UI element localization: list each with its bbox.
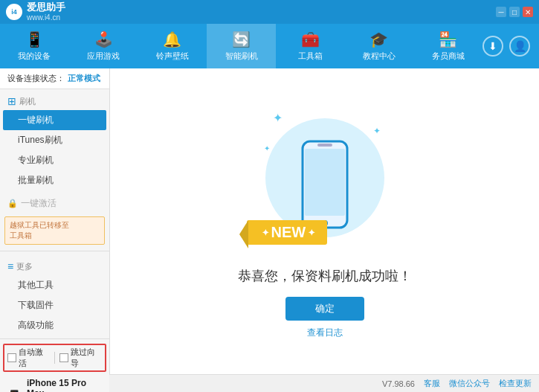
svg-rect-1 — [305, 149, 345, 216]
nav-label-tutorial: 教程中心 — [363, 51, 396, 62]
download-button[interactable]: ⬇ — [482, 36, 503, 57]
nav-label-toolbox: 工具箱 — [298, 51, 323, 62]
wechat-link[interactable]: 微信公众号 — [449, 378, 490, 389]
main-layout: 设备连接状态： 正常模式 ⊞ 刷机 一键刷机 iTunes刷机 专业刷机 批量刷… — [0, 68, 539, 374]
flash-section-label: 刷机 — [19, 96, 36, 107]
user-button[interactable]: 👤 — [509, 36, 530, 57]
nav-label-my-device: 我的设备 — [18, 51, 51, 62]
nav-item-service[interactable]: 🏪 务员商城 — [413, 24, 482, 68]
lock-icon: 🔒 — [7, 199, 18, 208]
nav-item-tutorial[interactable]: 🎓 教程中心 — [345, 24, 414, 68]
nav-right-buttons: ⬇ 👤 — [482, 36, 539, 57]
auto-activate-label: 自动激活 — [19, 347, 50, 369]
my-device-icon: 📱 — [25, 30, 44, 48]
status-text: 设备连接状态： — [7, 73, 65, 84]
nav-label-service: 务员商城 — [432, 51, 465, 62]
auto-activate-row: 自动激活 跳过向导 — [3, 344, 106, 372]
flash-section-icon: ⊞ — [7, 95, 16, 107]
minimize-button[interactable]: ─ — [496, 7, 506, 17]
sidebar-item-pro-flash[interactable]: 专业刷机 — [0, 150, 109, 170]
success-title: 恭喜您，保资料刷机成功啦！ — [238, 267, 412, 285]
warning-text: 越狱工具已转移至工具箱 — [10, 221, 69, 240]
auto-activate-checkbox-label[interactable]: 自动激活 — [7, 347, 50, 369]
view-log-link[interactable]: 查看日志 — [307, 327, 343, 339]
ribbon-arrow — [239, 220, 248, 248]
brand-name: 爱思助手 — [27, 1, 65, 13]
auto-activate-checkbox[interactable] — [7, 353, 16, 362]
device-phone-icon: 📱 — [6, 389, 22, 392]
quick-guide-label: 跳过向导 — [71, 347, 102, 369]
sparkle-icon-1: ✦ — [273, 111, 283, 125]
service-icon: 🏪 — [439, 30, 457, 48]
nav-item-my-device[interactable]: 📱 我的设备 — [0, 24, 69, 68]
nav-label-smart-flash: 智能刷机 — [225, 51, 258, 62]
quick-guide-checkbox[interactable] — [59, 353, 68, 362]
sidebar-header: 设备连接状态： 正常模式 — [0, 68, 109, 89]
sidebar-item-itunes-flash[interactable]: iTunes刷机 — [0, 130, 109, 150]
device-details: iPhone 15 Pro Max 512GB iPhone — [27, 378, 103, 392]
sidebar-section-more: ≡ 更多 其他工具 下载固件 高级功能 — [0, 254, 109, 338]
logo: i4 — [6, 4, 22, 20]
smart-flash-icon: 🔄 — [232, 30, 251, 48]
sidebar-divider1 — [0, 251, 109, 251]
sidebar-bottom: 自动激活 跳过向导 📱 iPhone 15 Pro Max 512GB iPho… — [0, 338, 109, 392]
success-illustration: ✦ ✦ ✦ ✦ NEW ✦ — [258, 103, 392, 267]
client-service-link[interactable]: 客服 — [424, 378, 440, 389]
ringtones-icon: 🔔 — [163, 30, 181, 48]
activate-label: 一键激活 — [21, 197, 57, 210]
row-divider — [54, 352, 55, 364]
sidebar-item-advanced[interactable]: 高级功能 — [0, 315, 109, 335]
apps-games-icon: 🕹️ — [94, 30, 113, 48]
logo-text: i4 — [11, 8, 17, 16]
content-area: ✦ ✦ ✦ ✦ NEW ✦ 恭喜您，保资料刷机成功啦！ 确定 查看日志 — [110, 68, 539, 374]
sparkle-icon-2: ✦ — [373, 126, 381, 136]
star-icon: ✦ — [262, 228, 269, 238]
quick-guide-checkbox-label[interactable]: 跳过向导 — [59, 347, 102, 369]
sidebar-item-download-firmware[interactable]: 下载固件 — [0, 295, 109, 315]
device-name: iPhone 15 Pro Max — [27, 378, 103, 392]
more-section-icon: ≡ — [7, 260, 13, 272]
device-info: 📱 iPhone 15 Pro Max 512GB iPhone — [3, 375, 106, 392]
svg-rect-2 — [317, 144, 332, 147]
more-section-label: 更多 — [16, 261, 33, 272]
new-badge: ✦ NEW ✦ — [247, 220, 328, 245]
nav-item-apps-games[interactable]: 🕹️ 应用游戏 — [69, 24, 138, 68]
more-section-header: ≡ 更多 — [0, 257, 109, 275]
new-badge-text: NEW — [271, 224, 306, 241]
sidebar-warning: 越狱工具已转移至工具箱 — [4, 216, 105, 245]
check-update-link[interactable]: 检查更新 — [499, 378, 532, 389]
sidebar-item-one-click-flash[interactable]: 一键刷机 — [3, 110, 106, 130]
navbar: 📱 我的设备 🕹️ 应用游戏 🔔 铃声壁纸 🔄 智能刷机 🧰 工具箱 🎓 教程中… — [0, 24, 539, 68]
nav-item-ringtones[interactable]: 🔔 铃声壁纸 — [138, 24, 207, 68]
maximize-button[interactable]: □ — [509, 7, 520, 17]
sidebar: 设备连接状态： 正常模式 ⊞ 刷机 一键刷机 iTunes刷机 专业刷机 批量刷… — [0, 68, 110, 374]
toolbox-icon: 🧰 — [301, 30, 320, 48]
sidebar-item-one-click-activate: 🔒 一键激活 — [0, 193, 109, 213]
window-controls: ─ □ ✕ — [496, 7, 533, 17]
version-text: V7.98.66 — [382, 379, 415, 388]
statusbar-right: V7.98.66 客服 微信公众号 检查更新 — [382, 378, 532, 389]
topbar: i4 爱思助手 www.i4.cn ─ □ ✕ — [0, 0, 539, 24]
sparkle-icon-3: ✦ — [264, 144, 270, 152]
confirm-button[interactable]: 确定 — [285, 297, 364, 321]
star-icon-2: ✦ — [308, 228, 315, 238]
status-mode: 正常模式 — [68, 73, 100, 84]
close-button[interactable]: ✕ — [523, 7, 533, 17]
nav-item-smart-flash[interactable]: 🔄 智能刷机 — [207, 24, 276, 68]
sidebar-section-flash: ⊞ 刷机 一键刷机 iTunes刷机 专业刷机 批量刷机 — [0, 89, 109, 193]
nav-item-toolbox[interactable]: 🧰 工具箱 — [276, 24, 345, 68]
brand-url: www.i4.cn — [27, 13, 65, 22]
sidebar-item-other-tools[interactable]: 其他工具 — [0, 275, 109, 295]
tutorial-icon: 🎓 — [369, 30, 388, 48]
phone-body — [299, 140, 351, 231]
nav-label-ringtones: 铃声壁纸 — [156, 51, 189, 62]
sidebar-item-batch-flash[interactable]: 批量刷机 — [0, 170, 109, 190]
nav-label-apps-games: 应用游戏 — [87, 51, 120, 62]
phone-svg — [299, 140, 351, 229]
flash-section-header: ⊞ 刷机 — [0, 92, 109, 110]
topbar-left: i4 爱思助手 www.i4.cn — [6, 1, 65, 22]
